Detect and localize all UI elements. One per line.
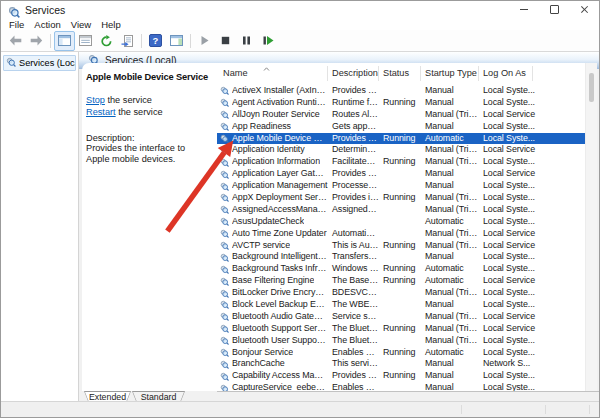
service-name: Bluetooth Audio Gateway S... xyxy=(232,311,328,323)
table-row[interactable]: Background Tasks Infrastruc...Windows in… xyxy=(217,263,585,275)
table-row[interactable]: AsusUpdateCheckAutomaticLocal Syste... xyxy=(217,216,585,228)
cell-name: Application Layer Gateway ... xyxy=(217,168,328,180)
cell-name: Bluetooth Support Service xyxy=(217,323,328,335)
column-header-status[interactable]: Status xyxy=(379,66,421,81)
table-row[interactable]: Application ManagementProcesses in...Man… xyxy=(217,180,585,192)
restart-service-text: the service xyxy=(116,107,163,117)
stop-service-button[interactable] xyxy=(215,31,236,51)
table-row[interactable]: AssignedAccessManager Se...AssignedAc...… xyxy=(217,204,585,216)
back-button[interactable] xyxy=(5,31,26,51)
cell-logon: Local Syste... xyxy=(479,382,585,391)
cell-description: Automatica... xyxy=(328,228,379,240)
table-row[interactable]: AllJoyn Router ServiceRoutes AllJo...Man… xyxy=(217,109,585,121)
cell-status: Running xyxy=(379,263,421,275)
cell-name: Agent Activation Runtime_... xyxy=(217,97,328,109)
cell-startup: Manual xyxy=(421,370,479,382)
service-icon xyxy=(220,348,229,357)
cell-name: CaptureService_eebeba91 xyxy=(217,382,328,391)
cell-description: Facilitates t... xyxy=(328,156,379,168)
close-button[interactable] xyxy=(569,1,599,18)
cell-description: Determines ... xyxy=(328,144,379,156)
cell-name: AssignedAccessManager Se... xyxy=(217,204,328,216)
table-row[interactable]: CaptureService_eebeba91Enables opti...Ma… xyxy=(217,382,585,391)
table-row[interactable]: Application Layer Gateway ...Provides su… xyxy=(217,168,585,180)
export-list-button[interactable] xyxy=(117,31,138,51)
table-row[interactable]: Bluetooth Support ServiceThe Bluetoo...R… xyxy=(217,323,585,335)
forward-button[interactable] xyxy=(26,31,47,51)
cell-startup: Automatic xyxy=(421,275,479,287)
service-name: Application Layer Gateway ... xyxy=(232,168,328,180)
service-icon xyxy=(220,193,229,202)
table-row[interactable]: App ReadinessGets apps re...ManualLocal … xyxy=(217,121,585,133)
cell-name: ActiveX Installer (AxInstSV) xyxy=(217,85,328,97)
back-icon xyxy=(9,35,22,46)
stop-service-link[interactable]: Stop xyxy=(86,95,105,105)
start-service-button[interactable] xyxy=(194,31,215,51)
help-button[interactable]: ? xyxy=(145,31,166,51)
cell-startup: Manual (Trig... xyxy=(421,109,479,121)
cell-startup: Manual (Trig... xyxy=(421,335,479,347)
table-row[interactable]: BranchCacheThis service ...ManualNetwork… xyxy=(217,358,585,370)
column-header-description[interactable]: Description xyxy=(328,66,379,81)
cell-description: The WBENG... xyxy=(328,299,379,311)
show-action-pane-button[interactable] xyxy=(166,31,187,51)
menu-action[interactable]: Action xyxy=(29,19,65,30)
cell-logon: Network S... xyxy=(479,358,585,370)
column-header-name[interactable]: Name xyxy=(217,66,328,81)
restart-service-link[interactable]: Restart xyxy=(86,107,116,117)
tab-label: Standard xyxy=(141,392,177,402)
tab-standard[interactable]: Standard xyxy=(132,391,185,401)
vertical-scrollbar[interactable] xyxy=(585,63,597,391)
table-row[interactable]: AVCTP serviceThis is Audi...RunningManua… xyxy=(217,240,585,252)
maximize-button[interactable] xyxy=(539,1,569,18)
table-row[interactable]: Block Level Backup Engine ...The WBENG..… xyxy=(217,299,585,311)
service-icon xyxy=(220,372,229,381)
service-icon xyxy=(220,217,229,226)
table-row[interactable]: ActiveX Installer (AxInstSV)Provides Us.… xyxy=(217,85,585,97)
menu-help[interactable]: Help xyxy=(96,19,126,30)
service-name: Bonjour Service xyxy=(232,347,293,359)
cell-name: App Readiness xyxy=(217,121,328,133)
table-row-selected[interactable]: Apple Mobile Device ServiceProvides th..… xyxy=(217,133,585,145)
pause-service-button[interactable] xyxy=(236,31,257,51)
service-name: App Readiness xyxy=(232,121,291,133)
table-row[interactable]: Base Filtering EngineThe Base Fil...Runn… xyxy=(217,275,585,287)
table-row[interactable]: Bluetooth User Support Ser...The Bluetoo… xyxy=(217,335,585,347)
menu-file[interactable]: File xyxy=(4,19,29,30)
table-row[interactable]: Agent Activation Runtime_...Runtime for.… xyxy=(217,97,585,109)
cell-startup: Manual (Trig... xyxy=(421,228,479,240)
table-row[interactable]: Capability Access Manager ...Provides fa… xyxy=(217,370,585,382)
table-row[interactable]: AppX Deployment Service (...Provides inf… xyxy=(217,192,585,204)
column-header-label: Startup Type xyxy=(425,68,477,78)
results-pane: Services (Local) Apple Mobile Device Ser… xyxy=(79,52,599,401)
scrollbar-thumb[interactable] xyxy=(589,73,594,102)
table-row[interactable]: Application IdentityDetermines ...Manual… xyxy=(217,144,585,156)
stop-service-text: the service xyxy=(105,95,152,105)
cell-startup: Manual xyxy=(421,299,479,311)
restart-service-button[interactable] xyxy=(257,31,278,51)
table-row[interactable]: Application InformationFacilitates t...R… xyxy=(217,156,585,168)
console-tree-panel: Services (Local) xyxy=(1,52,79,401)
table-row[interactable]: Auto Time Zone UpdaterAutomatica...Manua… xyxy=(217,228,585,240)
column-header-log-on-as[interactable]: Log On As xyxy=(479,66,533,81)
table-row[interactable]: Bonjour ServiceEnables har...RunningAuto… xyxy=(217,347,585,359)
cell-logon: Local Syste... xyxy=(479,216,585,228)
services-node-icon xyxy=(6,57,16,69)
column-header-startup-type[interactable]: Startup Type xyxy=(421,66,479,81)
show-console-tree-icon xyxy=(58,35,71,46)
table-row[interactable]: Bluetooth Audio Gateway S...Service sup.… xyxy=(217,311,585,323)
refresh-button[interactable] xyxy=(96,31,117,51)
cell-name: Bonjour Service xyxy=(217,347,328,359)
cell-name: Apple Mobile Device Service xyxy=(217,133,328,145)
table-row[interactable]: BitLocker Drive Encryption ...BDESVC hos… xyxy=(217,287,585,299)
title-bar[interactable]: Services xyxy=(1,1,599,18)
service-name: BranchCache xyxy=(232,358,285,370)
minimize-button[interactable] xyxy=(509,1,539,18)
cell-logon: Local Syste... xyxy=(479,133,585,145)
tab-extended[interactable]: Extended xyxy=(84,391,131,401)
show-console-tree-button[interactable] xyxy=(54,31,75,51)
menu-view[interactable]: View xyxy=(66,19,96,30)
properties-button[interactable] xyxy=(75,31,96,51)
table-row[interactable]: Background Intelligent Tran...Transfers … xyxy=(217,251,585,263)
tree-item-services-local[interactable]: Services (Local) xyxy=(3,55,76,71)
